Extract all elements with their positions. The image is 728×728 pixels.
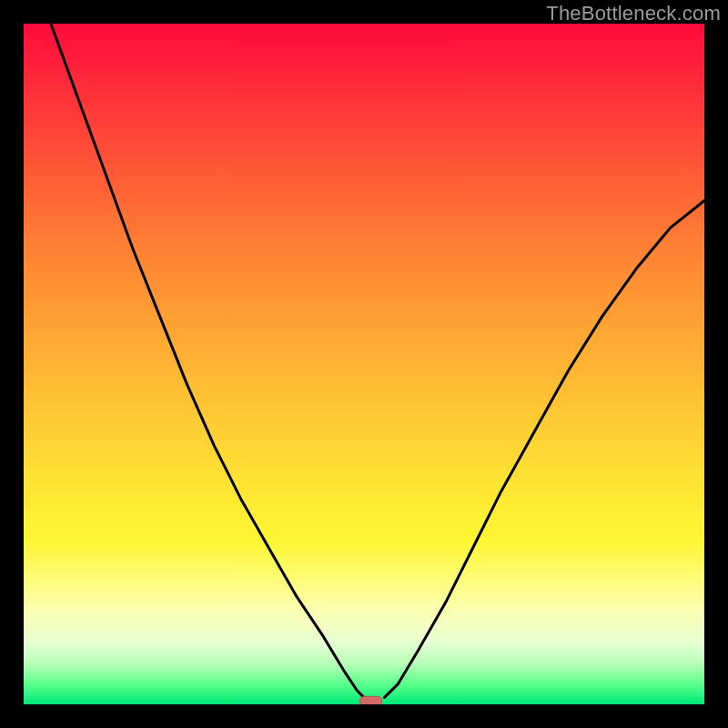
watermark-text: TheBottleneck.com (546, 2, 721, 25)
curve-right-branch (384, 201, 704, 698)
chart-frame: TheBottleneck.com (0, 0, 728, 728)
curve-svg (24, 24, 704, 704)
curve-left-branch (51, 24, 364, 698)
minimum-marker (360, 696, 382, 704)
plot-area (24, 24, 704, 704)
